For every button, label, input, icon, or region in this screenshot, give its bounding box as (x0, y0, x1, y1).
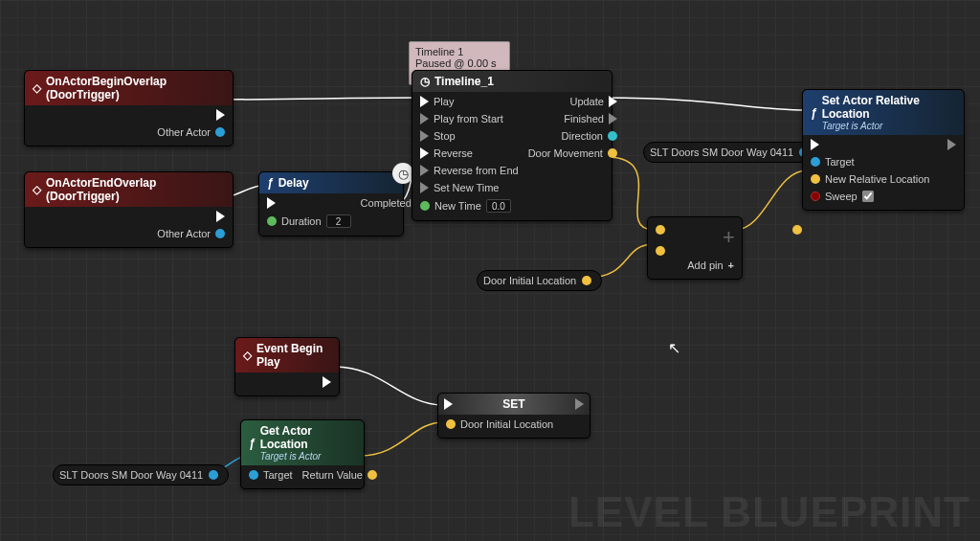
timeline-stop[interactable]: Stop (420, 130, 519, 142)
add-in-b[interactable] (656, 246, 665, 256)
begin-overlap-exec-out[interactable] (157, 109, 225, 121)
var-slt-doors-2[interactable]: SLT Doors SM Door Way 0411 (53, 464, 229, 485)
set-loc-exec-in[interactable] (811, 139, 929, 150)
plus-icon: + (723, 225, 735, 256)
event-icon: ◇ (243, 349, 252, 362)
function-icon: ƒ (811, 106, 817, 120)
event-icon: ◇ (33, 81, 41, 95)
end-overlap-other-actor[interactable]: Other Actor (157, 228, 225, 239)
var-slt2-out[interactable] (209, 470, 218, 480)
node-begin-overlap[interactable]: ◇ OnActorBeginOverlap (DoorTrigger) Othe… (24, 70, 234, 147)
set-loc-new-loc[interactable]: New Relative Location (811, 173, 929, 185)
latent-clock-icon: ◷ (392, 163, 413, 184)
node-set-relative-location[interactable]: ƒ Set Actor Relative Location Target is … (802, 89, 965, 211)
delay-exec-in[interactable] (267, 197, 351, 209)
mouse-cursor-icon: ↖ (668, 339, 680, 357)
var-slt1-label: SLT Doors SM Door Way 0411 (650, 147, 793, 158)
var-slt-doors-1[interactable]: SLT Doors SM Door Way 0411 (643, 142, 819, 163)
delay-duration-value[interactable] (326, 214, 351, 228)
timeline-new-time[interactable]: New Time (420, 199, 519, 213)
delay-title: Delay (278, 176, 309, 190)
get-loc-title-wrap: Get Actor Location Target is Actor (260, 424, 356, 462)
set-door-init[interactable]: Door Initial Location (446, 418, 553, 430)
var-slt2-label: SLT Doors SM Door Way 0411 (59, 469, 203, 481)
set-header: SET (438, 394, 590, 415)
set-loc-title: Set Actor Relative Location (822, 94, 920, 121)
timeline-set-time[interactable]: Set New Time (420, 182, 519, 193)
set-loc-exec-out[interactable] (947, 139, 956, 150)
node-begin-play[interactable]: ◇ Event Begin Play (234, 337, 340, 396)
node-get-location[interactable]: ƒ Get Actor Location Target is Actor Tar… (240, 419, 365, 489)
var-door-initial[interactable]: Door Initial Location (477, 270, 602, 291)
tooltip-line1: Timeline 1 (415, 46, 463, 57)
node-timeline[interactable]: ◷ Timeline_1 Play Play from Start Stop R… (412, 70, 612, 221)
timeline-title: Timeline_1 (434, 75, 494, 88)
set-loc-subtitle: Target is Actor (822, 121, 956, 131)
timeline-icon: ◷ (420, 75, 430, 88)
end-overlap-exec-out[interactable] (157, 211, 225, 222)
add-pin-button[interactable]: Add pin + (656, 259, 734, 271)
end-overlap-header: ◇ OnActorEndOverlap (DoorTrigger) (25, 172, 233, 207)
timeline-header: ◷ Timeline_1 (412, 71, 612, 92)
set-exec-in[interactable] (444, 398, 453, 410)
timeline-new-time-value[interactable] (486, 199, 511, 213)
add-out[interactable] (792, 225, 802, 235)
get-loc-subtitle: Target is Actor (260, 451, 356, 462)
get-loc-target[interactable]: Target (249, 469, 293, 481)
begin-overlap-other-actor[interactable]: Other Actor (157, 126, 225, 138)
level-blueprint-watermark: LEVEL BLUEPRINT (568, 488, 970, 536)
end-overlap-title: OnActorEndOverlap (DoorTrigger) (46, 176, 225, 203)
event-icon: ◇ (33, 183, 41, 196)
timeline-play[interactable]: Play (420, 96, 519, 107)
node-set-variable[interactable]: SET Door Initial Location (437, 393, 590, 439)
set-loc-sweep[interactable]: Sweep (811, 191, 929, 202)
set-title: SET (502, 397, 524, 411)
timeline-play-start[interactable]: Play from Start (420, 113, 519, 124)
begin-play-title: Event Begin Play (256, 342, 331, 369)
timeline-door-movement[interactable]: Door Movement (528, 147, 617, 159)
set-loc-target[interactable]: Target (811, 156, 929, 168)
set-exec-out[interactable] (575, 398, 584, 410)
function-icon: ƒ (267, 176, 274, 190)
begin-play-exec-out[interactable] (323, 376, 331, 388)
node-end-overlap[interactable]: ◇ OnActorEndOverlap (DoorTrigger) Other … (24, 171, 234, 248)
delay-header: ƒ Delay (259, 172, 403, 193)
delay-duration[interactable]: Duration (267, 214, 351, 228)
set-loc-header: ƒ Set Actor Relative Location Target is … (803, 90, 964, 135)
timeline-finished[interactable]: Finished (528, 113, 617, 124)
timeline-update[interactable]: Update (528, 96, 617, 107)
set-loc-title-wrap: Set Actor Relative Location Target is Ac… (822, 94, 956, 131)
timeline-reverse[interactable]: Reverse (420, 147, 519, 159)
get-loc-title: Get Actor Location (260, 424, 312, 451)
node-vector-add[interactable]: + Add pin + (647, 216, 743, 280)
function-icon: ƒ (249, 437, 256, 450)
node-delay[interactable]: ƒ Delay Duration Completed (258, 171, 404, 237)
get-loc-header: ƒ Get Actor Location Target is Actor (241, 420, 364, 465)
begin-play-header: ◇ Event Begin Play (235, 338, 339, 372)
var-door-init-out[interactable] (582, 276, 591, 285)
timeline-reverse-end[interactable]: Reverse from End (420, 165, 519, 176)
sweep-checkbox[interactable] (862, 191, 874, 202)
add-in-a[interactable] (656, 225, 665, 235)
begin-overlap-title: OnActorBeginOverlap (DoorTrigger) (46, 75, 225, 101)
get-loc-return[interactable]: Return Value (302, 469, 377, 481)
timeline-direction[interactable]: Direction (528, 130, 617, 142)
var-door-init-label: Door Initial Location (483, 275, 576, 286)
begin-overlap-header: ◇ OnActorBeginOverlap (DoorTrigger) (25, 71, 233, 105)
